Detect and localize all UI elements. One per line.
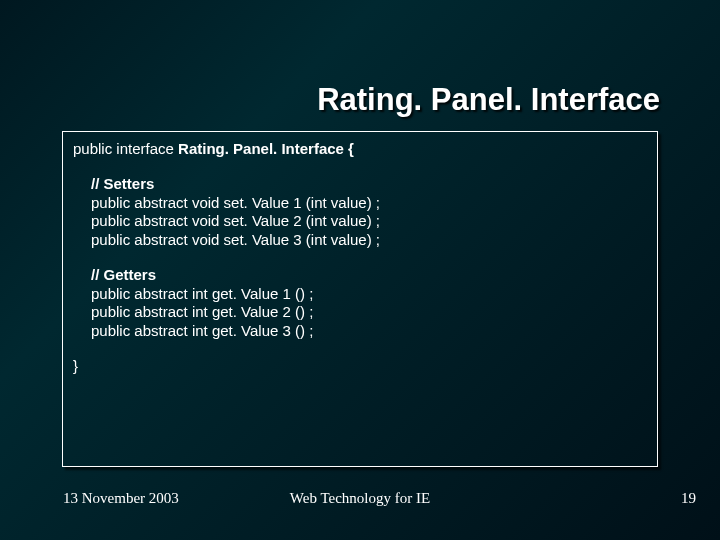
decl-prefix: public interface — [73, 140, 178, 157]
footer: 13 November 2003 Web Technology for IE 1… — [0, 490, 720, 510]
footer-page: 19 — [681, 490, 696, 507]
setters-comment: // Setters — [91, 175, 647, 194]
getter-line: public abstract int get. Value 2 () ; — [91, 303, 647, 322]
setter-line: public abstract void set. Value 1 (int v… — [91, 194, 647, 213]
setter-line: public abstract void set. Value 2 (int v… — [91, 212, 647, 231]
getter-line: public abstract int get. Value 3 () ; — [91, 322, 647, 341]
code-box: public interface Rating. Panel. Interfac… — [62, 131, 658, 467]
getters-block: // Getters public abstract int get. Valu… — [73, 250, 647, 341]
setters-block: // Setters public abstract void set. Val… — [73, 159, 647, 250]
footer-center: Web Technology for IE — [0, 490, 720, 507]
close-brace: } — [73, 341, 647, 376]
decl-name: Rating. Panel. Interface { — [178, 140, 354, 157]
interface-declaration: public interface Rating. Panel. Interfac… — [73, 140, 647, 159]
slide-title: Rating. Panel. Interface — [317, 82, 660, 118]
setter-line: public abstract void set. Value 3 (int v… — [91, 231, 647, 250]
getters-comment: // Getters — [91, 266, 647, 285]
slide: Rating. Panel. Interface public interfac… — [0, 0, 720, 540]
getter-line: public abstract int get. Value 1 () ; — [91, 285, 647, 304]
